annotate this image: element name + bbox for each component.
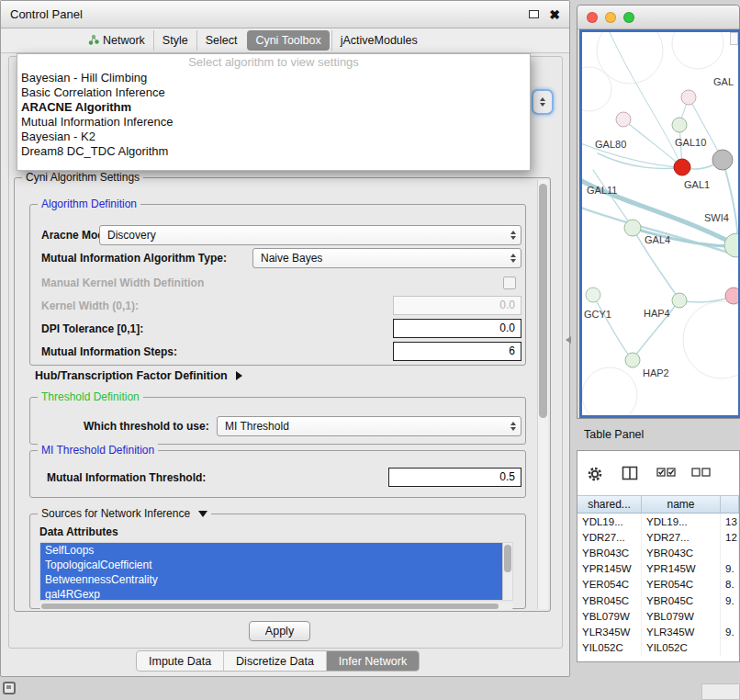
tab-discretize-data[interactable]: Discretize Data [223, 651, 326, 671]
tab-network[interactable]: Network [80, 30, 153, 51]
which-threshold-select[interactable]: MI Threshold [217, 416, 521, 436]
float-window-icon[interactable] [529, 10, 539, 18]
aracne-mode-row: Aracne Mode: Discovery [30, 225, 525, 245]
settings-scrollbar[interactable] [537, 180, 548, 609]
data-attributes-items: SelfLoopsTopologicalCoefficientBetweenne… [40, 543, 502, 600]
aracne-mode-select[interactable]: Discovery [99, 225, 521, 245]
algorithm-option-basic-correlation-inference[interactable]: Basic Correlation Inference [17, 85, 530, 100]
algorithm-option-dream8-dc-tdc-algorithm[interactable]: Dream8 DC_TDC Algorithm [17, 144, 530, 159]
scrollbar-thumb[interactable] [41, 604, 499, 609]
close-icon[interactable]: ✖ [549, 8, 560, 21]
network-node[interactable] [712, 150, 733, 170]
network-node[interactable] [625, 353, 640, 367]
attributes-hscrollbar[interactable] [39, 603, 513, 610]
combo-arrows-icon [505, 249, 521, 267]
corner-panel-fragment [701, 683, 740, 700]
table-row[interactable]: YER054CYER054C8. [577, 577, 739, 593]
sources-group: Sources for Network Inference Data Attri… [29, 514, 526, 609]
dpi-tolerance-row: DPI Tolerance [0,1]: 0.0 [30, 319, 525, 339]
table-row[interactable]: YBL079WYBL079W [577, 608, 739, 624]
tab-impute-data[interactable]: Impute Data [137, 651, 223, 671]
minimize-light[interactable] [605, 12, 616, 23]
zoom-light[interactable] [623, 12, 634, 23]
columns-icon[interactable] [622, 466, 638, 484]
algorithm-option-aracne-algorithm[interactable]: ARACNE Algorithm [17, 100, 530, 115]
attribute-item-betweennesscentrality[interactable]: BetweennessCentrality [40, 572, 502, 587]
tab-style[interactable]: Style [153, 30, 196, 51]
hub-definition-toggle[interactable]: Hub/Transcription Factor Definition [35, 369, 242, 382]
tab-infer-network[interactable]: Infer Network [326, 651, 419, 671]
network-edge[interactable] [723, 160, 738, 243]
network-node[interactable] [624, 220, 641, 236]
sources-toggle[interactable]: Sources for Network Inference [38, 507, 211, 521]
kernel-width-row: Kernel Width (0,1): 0.0 [30, 296, 525, 316]
network-node[interactable] [586, 288, 600, 302]
checked-columns-icon[interactable] [656, 466, 677, 482]
cyni-algorithm-settings-title: Cyni Algorithm Settings [22, 171, 143, 185]
mi-steps-field[interactable]: 6 [393, 342, 521, 361]
mi-threshold-row: Mutual Information Threshold: 0.5 [30, 468, 525, 488]
network-edge[interactable] [689, 97, 722, 158]
cyni-algorithm-settings-group: Cyni Algorithm Settings Algorithm Defini… [14, 177, 551, 612]
node-label-gal11: GAL11 [587, 185, 617, 196]
network-node[interactable] [725, 288, 738, 304]
manual-kernel-checkbox[interactable] [503, 277, 516, 289]
tab-select[interactable]: Select [196, 30, 246, 51]
table-cell: YPR145W [642, 561, 721, 577]
attribute-item-topologicalcoefficient[interactable]: TopologicalCoefficient [40, 558, 502, 572]
column-header-name[interactable]: name [642, 496, 721, 513]
network-node[interactable] [681, 90, 696, 105]
algorithm-placeholder: Select algorithm to view settings [17, 54, 530, 71]
dpi-tolerance-field[interactable]: 0.0 [393, 319, 521, 338]
column-header-extra[interactable] [721, 496, 739, 513]
table-cell: YBR045C [642, 593, 721, 608]
table-row[interactable]: YBR045CYBR045C9. [577, 593, 739, 608]
table-row[interactable]: YLR345WYLR345W9. [577, 624, 739, 639]
mi-algorithm-type-select[interactable]: Naive Bayes [252, 248, 521, 268]
which-threshold-label: Which threshold to use: [84, 416, 209, 436]
network-canvas[interactable]: GALGAL80GAL10GAL11GAL1SWI4GAL4GCY1HAP4HA… [579, 29, 740, 418]
control-panel-tab-bar: NetworkStyleSelectCyni ToolboxjActiveMod… [1, 28, 569, 53]
table-cell [721, 640, 739, 656]
network-node[interactable] [672, 293, 687, 308]
tab-cyni-toolbox[interactable]: Cyni Toolbox [247, 30, 329, 51]
algorithm-dropdown-popup: Select algorithm to view settings Bayesi… [17, 53, 531, 171]
apply-button[interactable]: Apply [249, 621, 310, 641]
restore-panel-icon[interactable] [3, 682, 16, 694]
table-cell: YIL052C [577, 640, 642, 656]
network-edge[interactable] [593, 295, 632, 359]
table-row[interactable]: YIL052CYIL052C [577, 640, 739, 656]
table-row[interactable]: YBR043CYBR043C [577, 545, 739, 560]
kernel-width-field[interactable]: 0.0 [393, 296, 521, 315]
network-node[interactable] [616, 112, 631, 127]
algorithm-option-mutual-information-inference[interactable]: Mutual Information Inference [17, 115, 530, 130]
attributes-scrollbar[interactable] [502, 543, 512, 600]
close-light[interactable] [587, 12, 598, 23]
network-scrollbar-stub[interactable] [730, 32, 738, 45]
attribute-item-gal4rgexp[interactable]: gal4RGexp [40, 587, 502, 600]
algorithm-option-bayesian-k2[interactable]: Bayesian - K2 [17, 130, 530, 144]
column-header-shared[interactable]: shared... [577, 496, 642, 513]
node-label-hap4: HAP4 [644, 308, 670, 319]
algorithm-option-bayesian-hill-climbing[interactable]: Bayesian - Hill Climbing [17, 71, 530, 85]
table-cell: YBL079W [642, 608, 721, 624]
table-row[interactable]: YDL19...YDL19...13 [577, 514, 739, 529]
node-label-gal10: GAL10 [675, 137, 706, 148]
unchecked-columns-icon[interactable] [691, 466, 712, 482]
network-node[interactable] [674, 159, 690, 175]
network-node[interactable] [672, 118, 687, 132]
table-cell [721, 608, 739, 624]
network-node[interactable] [724, 233, 738, 257]
control-panel-titlebar: Control Panel ✖ [1, 1, 569, 28]
tab-jactivemodules[interactable]: jActiveModules [331, 30, 426, 51]
panel-collapse-arrow-icon[interactable] [566, 336, 571, 344]
table-row[interactable]: YDR27...YDR27...12 [577, 529, 739, 545]
combo-arrows-icon [505, 417, 521, 435]
attribute-item-selfloops[interactable]: SelfLoops [40, 543, 502, 558]
gear-icon[interactable] [587, 466, 603, 486]
scrollbar-thumb[interactable] [504, 545, 511, 572]
mi-threshold-field[interactable]: 0.5 [388, 468, 521, 487]
algorithm-combo-button[interactable] [532, 89, 554, 115]
table-row[interactable]: YPR145WYPR145W9. [577, 561, 739, 577]
scrollbar-thumb[interactable] [539, 184, 547, 418]
